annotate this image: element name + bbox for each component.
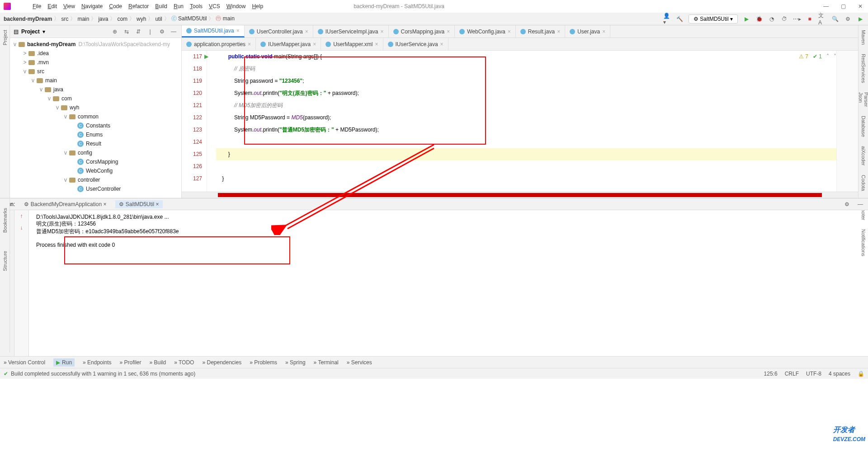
bottom-tab-todo[interactable]: » TODO <box>174 359 194 366</box>
console-output[interactable]: D:\Tools\Java\JDK\JDK1.8\jdk1.8.0_281\bi… <box>29 210 868 356</box>
tree-node-wyh[interactable]: vwyh <box>10 103 181 112</box>
tab-corsmapping-java[interactable]: CorsMapping.java× <box>389 25 455 38</box>
run-config-dropdown[interactable]: ⚙ SaltMD5Util ▾ <box>689 14 738 24</box>
stop-icon[interactable]: ■ <box>806 15 814 23</box>
tab-iusermapper-java[interactable]: IUserMapper.java× <box>256 38 321 50</box>
bottom-tab-endpoints[interactable]: » Endpoints <box>83 359 111 366</box>
expand-icon[interactable]: ⇆ <box>123 28 131 36</box>
tool-tab-structure[interactable]: Structure <box>2 251 8 271</box>
breadcrumb-item[interactable]: ⓒ SaltMD5Util <box>171 15 207 23</box>
tree-node-com[interactable]: vcom <box>10 94 181 103</box>
tree-node-result[interactable]: CResult <box>10 139 181 148</box>
breadcrumb-item[interactable]: wyh <box>137 16 146 22</box>
tool-tab-project[interactable]: Project <box>2 30 8 45</box>
tree-node-usercontroller[interactable]: CUserController <box>10 184 181 193</box>
tree-node-src[interactable]: vsrc <box>10 67 181 76</box>
menu-vcs[interactable]: VCS <box>209 3 220 9</box>
menu-run[interactable]: Run <box>174 3 184 9</box>
maximize-icon[interactable]: ▢ <box>839 2 847 10</box>
menu-help[interactable]: Help <box>252 3 263 9</box>
run-tab-app[interactable]: ⚙ BackendMyDreamApplication × <box>20 200 110 208</box>
breadcrumb-item[interactable]: com <box>117 16 127 22</box>
code-line[interactable]: // MD5加密后的密码 <box>216 99 836 112</box>
right-tab-maven[interactable]: Maven <box>861 30 866 45</box>
minimap[interactable] <box>836 51 858 192</box>
gear-icon[interactable]: ⚙ <box>158 28 166 36</box>
right-tab-codota[interactable]: Codota <box>861 175 866 191</box>
project-dropdown-icon[interactable]: ▾ <box>42 28 45 35</box>
tab-webconfig-java[interactable]: WebConfig.java× <box>455 25 516 38</box>
menu-navigate[interactable]: Navigate <box>81 3 103 9</box>
tab-user-java[interactable]: User.java× <box>565 25 610 38</box>
tab-saltmd5util-java[interactable]: SaltMD5Util.java× <box>182 25 245 38</box>
right-tab-restservices[interactable]: RestServices <box>861 54 866 83</box>
tab-usercontroller-java[interactable]: UserController.java× <box>245 25 313 38</box>
bottom-tab-spring[interactable]: » Spring <box>285 359 306 366</box>
tree-node-controller[interactable]: vcontroller <box>10 175 181 184</box>
bottom-tab-terminal[interactable]: » Terminal <box>314 359 339 366</box>
right-tab-json-parser[interactable]: Json Parser <box>858 92 868 107</box>
bottom-tab-version-control[interactable]: » Version Control <box>4 359 45 366</box>
code-line[interactable]: System.out.println("普通MD5加密密码：" + MD5Pas… <box>216 124 836 136</box>
bottom-tab-problems[interactable]: » Problems <box>250 359 277 366</box>
up-arrow-icon[interactable]: ↑ <box>20 213 23 219</box>
status-eol[interactable]: CRLF <box>785 371 799 377</box>
debug-icon[interactable]: 🐞 <box>755 15 763 23</box>
status-pos[interactable]: 125:6 <box>764 371 778 377</box>
code-line[interactable]: String password = "123456"; <box>216 75 836 87</box>
status-enc[interactable]: UTF-8 <box>806 371 821 377</box>
tab-application-properties[interactable]: application.properties× <box>182 38 256 50</box>
user-icon[interactable]: 👤▾ <box>663 15 671 23</box>
bottom-tab-dependencies[interactable]: » Dependencies <box>202 359 241 366</box>
bottom-tab-build[interactable]: » Build <box>150 359 166 366</box>
locate-icon[interactable]: ⊕ <box>111 28 119 36</box>
code-line[interactable]: } <box>216 148 836 160</box>
extra-run-icon[interactable]: ▶ <box>856 15 864 23</box>
menu-build[interactable]: Build <box>155 3 167 9</box>
tree-node-.idea[interactable]: >.idea <box>10 49 181 58</box>
code-line[interactable]: public static void main(String args[]) { <box>216 51 836 63</box>
run-settings-icon[interactable]: ⚙ <box>843 200 851 208</box>
code-line[interactable]: } <box>216 173 836 185</box>
tree-node-enums[interactable]: CEnums <box>10 130 181 139</box>
tree-node-common[interactable]: vcommon <box>10 112 181 121</box>
breadcrumb-item[interactable]: ⓜ main <box>216 15 234 23</box>
menu-view[interactable]: View <box>63 3 75 9</box>
bottom-tab-services[interactable]: » Services <box>347 359 372 366</box>
breadcrumb-item[interactable]: java <box>98 16 108 22</box>
status-indent[interactable]: 4 spaces <box>829 371 850 377</box>
tree-node-webconfig[interactable]: CWebConfig <box>10 166 181 175</box>
menu-file[interactable]: File <box>33 3 41 9</box>
tab-usermapper-xml[interactable]: UserMapper.xml× <box>321 38 383 50</box>
bottom-tab-run[interactable]: ▶ Run <box>53 358 75 367</box>
code-area[interactable]: public static void main(String args[]) {… <box>207 51 836 192</box>
tool-tab-bookmarks[interactable]: Bookmarks <box>2 208 8 233</box>
code-line[interactable]: String MD5Password = MD5(password); <box>216 112 836 124</box>
inspection-badge[interactable]: ⚠ 7 ✔ 1 ˄˅ <box>799 53 836 60</box>
breadcrumb-item[interactable]: main <box>77 16 89 22</box>
menu-code[interactable]: Code <box>109 3 122 9</box>
settings-icon[interactable]: ⚙ <box>844 15 852 23</box>
project-view-icon[interactable]: ▤ <box>14 28 19 35</box>
breadcrumb-item[interactable]: util <box>155 16 162 22</box>
right-tab-aixcoder[interactable]: aiXcoder <box>861 146 866 165</box>
right-tab-database[interactable]: Database <box>861 116 866 137</box>
profile-icon[interactable]: ⏱ <box>780 15 788 23</box>
run-tab-util[interactable]: ⚙ SaltMD5Util × <box>115 200 162 208</box>
run-hide-icon[interactable]: — <box>856 200 864 208</box>
run-icon[interactable]: ▶ <box>742 15 750 23</box>
bottom-tab-profiler[interactable]: » Profiler <box>119 359 141 366</box>
menu-edit[interactable]: Edit <box>47 3 57 9</box>
tree-node-corsmapping[interactable]: CCorsMapping <box>10 157 181 166</box>
status-lock-icon[interactable]: 🔒 <box>858 371 864 377</box>
menu-tools[interactable]: Tools <box>190 3 203 9</box>
search-icon[interactable]: 🔍 <box>831 15 839 23</box>
attach-icon[interactable]: ⋯▸ <box>793 15 801 23</box>
tree-node-config[interactable]: vconfig <box>10 148 181 157</box>
tab-iuserserviceimpl-java[interactable]: IUserServiceImpl.java× <box>313 25 389 38</box>
tree-root[interactable]: vbackend-myDreamD:\Tools\JavaWorkSpace\b… <box>10 40 181 49</box>
breadcrumb-item[interactable]: backend-myDream <box>4 16 52 22</box>
tab-iuserservice-java[interactable]: IUserService.java× <box>383 38 448 50</box>
code-line[interactable]: // 原密码 <box>216 63 836 75</box>
menu-window[interactable]: Window <box>226 3 246 9</box>
